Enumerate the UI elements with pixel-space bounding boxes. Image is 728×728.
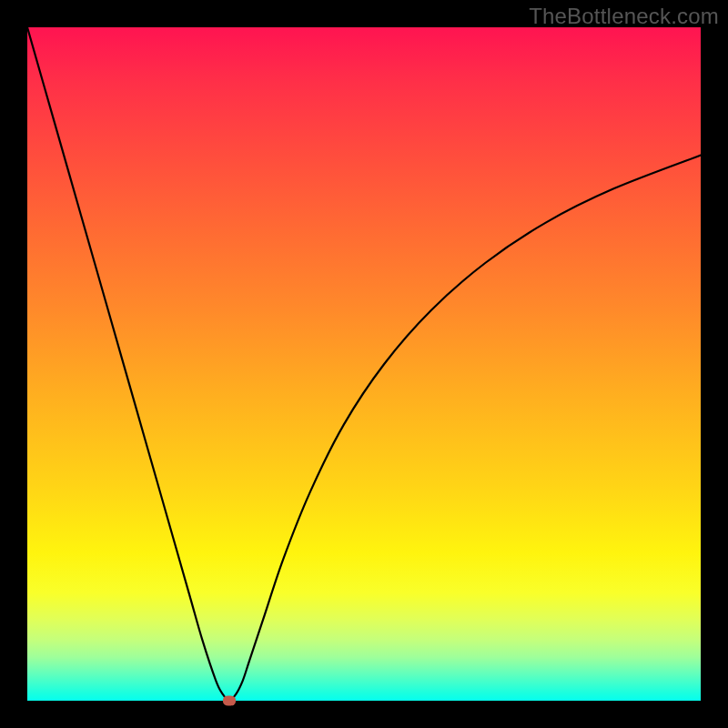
minimum-marker (223, 696, 236, 706)
chart-frame: TheBottleneck.com (0, 0, 728, 728)
plot-area (27, 27, 701, 701)
curve-svg (27, 27, 701, 701)
bottleneck-curve (27, 27, 701, 701)
watermark-text: TheBottleneck.com (529, 4, 719, 29)
